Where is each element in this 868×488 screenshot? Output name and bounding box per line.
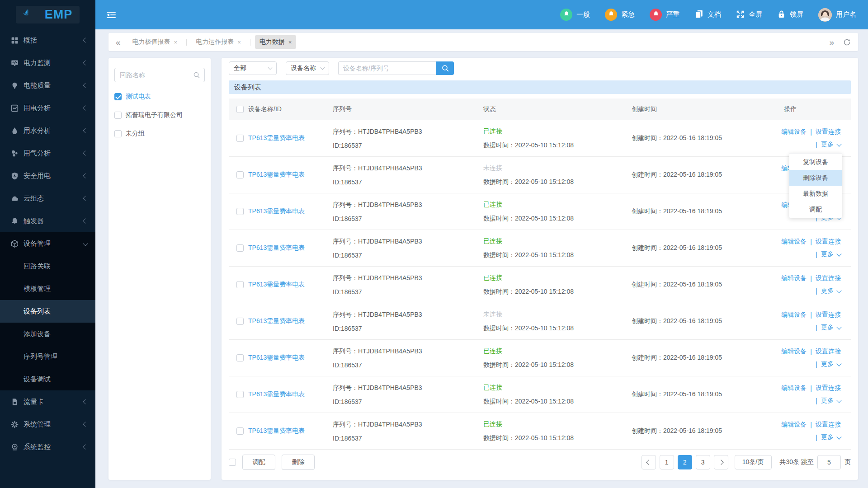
row-checkbox[interactable] <box>236 391 244 398</box>
tab-close-icon[interactable]: × <box>237 39 241 45</box>
alarm-严重[interactable]: 严重 <box>650 9 679 21</box>
tab-close-icon[interactable]: × <box>288 39 292 45</box>
group-item-测试电表[interactable]: 测试电表 <box>114 93 205 101</box>
chevron-down-icon[interactable] <box>836 434 841 439</box>
set-connection-link[interactable]: 设置连接 <box>816 128 841 136</box>
tabs-scroll-right-icon[interactable]: » <box>829 38 834 47</box>
device-name-link[interactable]: TP613需量费率电表 <box>248 171 305 178</box>
set-connection-link[interactable]: 设置连接 <box>816 347 841 356</box>
page-3[interactable]: 3 <box>696 455 710 469</box>
alarm-一般[interactable]: 一般 <box>560 9 590 21</box>
chevron-down-icon[interactable] <box>836 324 841 329</box>
sidebar-subitem-添加设备[interactable]: 添加设备 <box>0 323 95 345</box>
row-checkbox[interactable] <box>236 354 244 361</box>
tab-close-icon[interactable]: × <box>174 39 178 45</box>
page-2[interactable]: 2 <box>678 455 692 469</box>
group-checkbox[interactable] <box>114 112 122 119</box>
jump-page-input[interactable] <box>817 455 841 469</box>
sidebar-subitem-序列号管理[interactable]: 序列号管理 <box>0 345 95 368</box>
sidebar-item-触发器[interactable]: 触发器 <box>0 210 95 232</box>
chevron-down-icon[interactable] <box>836 251 841 256</box>
edit-device-link[interactable]: 编辑设备 <box>781 421 807 429</box>
chevron-down-icon[interactable] <box>836 141 841 146</box>
search-icon[interactable] <box>193 71 200 79</box>
circuit-search-input[interactable] <box>119 71 193 79</box>
sidebar-subitem-模板管理[interactable]: 模板管理 <box>0 277 95 300</box>
row-checkbox[interactable] <box>236 244 244 252</box>
device-name-link[interactable]: TP613需量费率电表 <box>248 427 305 434</box>
search-button[interactable] <box>436 61 454 75</box>
set-connection-link[interactable]: 设置连接 <box>816 384 841 392</box>
chevron-down-icon[interactable] <box>836 361 841 366</box>
chevron-down-icon[interactable] <box>836 398 841 403</box>
sidebar-item-流量卡[interactable]: 流量卡 <box>0 390 95 413</box>
group-checkbox[interactable] <box>114 130 122 137</box>
device-name-link[interactable]: TP613需量费率电表 <box>248 244 305 251</box>
sidebar-item-用气分析[interactable]: 用气分析 <box>0 142 95 164</box>
row-checkbox[interactable] <box>236 171 244 178</box>
tool-全屏[interactable]: 全屏 <box>736 10 762 20</box>
more-link[interactable]: 更多 <box>821 141 834 149</box>
row-checkbox[interactable] <box>236 208 244 215</box>
user-menu[interactable]: 用户名 <box>818 8 856 22</box>
more-link[interactable]: 更多 <box>821 287 834 295</box>
edit-device-link[interactable]: 编辑设备 <box>781 274 807 282</box>
group-item-拓普瑞电子有限公司[interactable]: 拓普瑞电子有限公司 <box>114 111 205 119</box>
refresh-icon[interactable] <box>843 38 851 46</box>
tab-电力极值报表[interactable]: 电力极值报表× <box>128 35 182 49</box>
device-name-link[interactable]: TP613需量费率电表 <box>248 390 305 398</box>
device-name-link[interactable]: TP613需量费率电表 <box>248 354 305 361</box>
context-menu-item-复制设备[interactable]: 复制设备 <box>789 154 842 170</box>
sidebar-item-系统监控[interactable]: 系统监控 <box>0 436 95 458</box>
page-1[interactable]: 1 <box>660 455 674 469</box>
context-menu-item-最新数据[interactable]: 最新数据 <box>789 186 842 202</box>
sidebar-item-电力监测[interactable]: 电力监测 <box>0 52 95 74</box>
more-link[interactable]: 更多 <box>821 433 834 441</box>
device-name-link[interactable]: TP613需量费率电表 <box>248 207 305 215</box>
field-select[interactable]: 设备名称 <box>286 61 329 75</box>
bulk-select-checkbox[interactable] <box>229 459 236 466</box>
page-next[interactable] <box>714 455 728 469</box>
tab-电力运作报表[interactable]: 电力运作报表× <box>191 35 245 49</box>
row-checkbox[interactable] <box>236 135 244 142</box>
select-all-checkbox[interactable] <box>236 106 244 113</box>
row-checkbox[interactable] <box>236 427 244 435</box>
sidebar-subitem-设备列表[interactable]: 设备列表 <box>0 300 95 323</box>
row-checkbox[interactable] <box>236 281 244 288</box>
tool-锁屏[interactable]: 锁屏 <box>777 10 803 20</box>
device-search-input[interactable] <box>338 61 436 75</box>
category-select[interactable]: 全部 <box>229 61 277 75</box>
bulk-button-调配[interactable]: 调配 <box>242 455 275 470</box>
sidebar-item-概括[interactable]: 概括 <box>0 29 95 52</box>
sidebar-item-设备管理[interactable]: 设备管理 <box>0 232 95 255</box>
collapse-menu-icon[interactable] <box>106 11 116 19</box>
edit-device-link[interactable]: 编辑设备 <box>781 128 807 136</box>
sidebar-item-云组态[interactable]: 云组态 <box>0 187 95 210</box>
set-connection-link[interactable]: 设置连接 <box>816 311 841 319</box>
page-size-select[interactable]: 10条/页 <box>735 455 772 469</box>
sidebar-item-用水分析[interactable]: 用水分析 <box>0 119 95 142</box>
sidebar-item-安全用电[interactable]: 安全用电 <box>0 164 95 187</box>
set-connection-link[interactable]: 设置连接 <box>816 274 841 282</box>
context-menu-item-删除设备[interactable]: 删除设备 <box>789 170 842 186</box>
bulk-button-删除[interactable]: 删除 <box>282 455 315 470</box>
set-connection-link[interactable]: 设置连接 <box>816 421 841 429</box>
sidebar-subitem-设备调试[interactable]: 设备调试 <box>0 368 95 390</box>
page-prev[interactable] <box>642 455 656 469</box>
set-connection-link[interactable]: 设置连接 <box>816 238 841 246</box>
group-checkbox[interactable] <box>114 93 122 100</box>
sidebar-item-电能质量[interactable]: 电能质量 <box>0 74 95 97</box>
more-link[interactable]: 更多 <box>821 360 834 368</box>
device-name-link[interactable]: TP613需量费率电表 <box>248 134 305 141</box>
sidebar-item-系统管理[interactable]: 系统管理 <box>0 413 95 436</box>
alarm-紧急[interactable]: 紧急 <box>605 9 635 21</box>
edit-device-link[interactable]: 编辑设备 <box>781 347 807 356</box>
tab-电力数据[interactable]: 电力数据× <box>255 35 297 49</box>
group-item-未分组[interactable]: 未分组 <box>114 130 205 138</box>
chevron-down-icon[interactable] <box>836 288 841 293</box>
device-name-link[interactable]: TP613需量费率电表 <box>248 281 305 288</box>
sidebar-subitem-回路关联[interactable]: 回路关联 <box>0 255 95 277</box>
more-link[interactable]: 更多 <box>821 250 834 258</box>
edit-device-link[interactable]: 编辑设备 <box>781 311 807 319</box>
edit-device-link[interactable]: 编辑设备 <box>781 384 807 392</box>
